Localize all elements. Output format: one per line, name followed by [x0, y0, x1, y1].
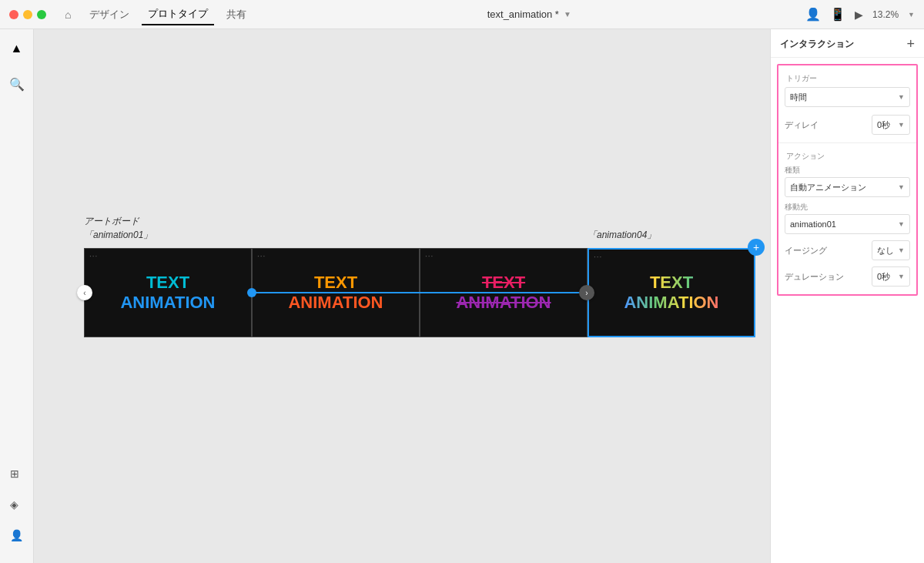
frame2-text: TEXT ANIMATION [288, 273, 383, 313]
frame-4[interactable]: ··· TEXT ANIMATION + [588, 248, 755, 337]
left-toolbar-bottom: ⊞ ◈ 👤 [7, 464, 26, 554]
delay-select[interactable]: 0秒 ▼ [872, 115, 910, 135]
delay-chevron-icon: ▼ [898, 121, 905, 129]
interaction-section: トリガー 時間 ▼ ディレイ 0秒 ▼ アクション [777, 64, 918, 296]
duration-value: 0秒 [877, 271, 890, 283]
close-button[interactable] [9, 10, 18, 19]
nav-design[interactable]: デザイン [83, 5, 136, 25]
duration-select[interactable]: 0秒 ▼ [872, 266, 910, 287]
artboard-label-left-line1: アートボード [84, 214, 252, 228]
easing-select[interactable]: なし ▼ [872, 240, 910, 260]
artboard-label-left: アートボード 「animation01」 [84, 214, 252, 242]
kind-select[interactable]: 自動アニメーション ▼ [785, 177, 910, 197]
kind-label: 種類 [785, 165, 910, 177]
frames-row: ··· TEXT ANIMATION ‹ ··· TEXT ANIMATION [84, 248, 755, 337]
frame3-right-arrow[interactable]: › [579, 285, 594, 300]
easing-row: イージング なし ▼ [778, 236, 916, 263]
frame-1[interactable]: ··· TEXT ANIMATION ‹ [84, 248, 252, 337]
add-frame-button[interactable]: + [748, 239, 765, 256]
title-dropdown-icon[interactable]: ▼ [564, 10, 571, 18]
artboard-label-left-line2: 「animation01」 [84, 228, 252, 242]
user-icon[interactable]: 👤 [805, 7, 821, 22]
frame2-line2: ANIMATION [288, 293, 383, 313]
frame2-line1: TEXT [288, 273, 383, 293]
home-icon[interactable]: ⌂ [65, 8, 71, 21]
select-tool-icon[interactable]: ▲ [8, 39, 26, 59]
kind-label-row: 種類 自動アニメーション ▼ [778, 163, 916, 199]
file-title-area: text_animation * ▼ [259, 8, 799, 20]
frame-3[interactable]: ··· TEXT ANIMATION › [420, 248, 588, 337]
search-tool-icon[interactable]: 🔍 [6, 74, 28, 95]
trigger-value: 時間 [790, 92, 807, 103]
trigger-chevron-icon: ▼ [898, 93, 905, 101]
canvas: アートボード 「animation01」 「animation04」 ··· T… [34, 29, 770, 563]
frame1-left-arrow[interactable]: ‹ [77, 285, 92, 300]
traffic-lights [9, 10, 46, 19]
dest-value: animation01 [790, 220, 836, 229]
delay-label: ディレイ [785, 119, 823, 131]
trigger-select[interactable]: 時間 ▼ [785, 87, 910, 107]
frame1-dots: ··· [89, 252, 98, 260]
delay-row: ディレイ 0秒 ▼ [778, 112, 916, 138]
minimize-button[interactable] [23, 10, 32, 19]
kind-chevron-icon: ▼ [898, 183, 905, 191]
duration-row: デュレーション 0秒 ▼ [778, 263, 916, 290]
section-divider [778, 142, 916, 143]
artboard-labels-row: アートボード 「animation01」 「animation04」 [84, 214, 755, 242]
duration-chevron-icon: ▼ [898, 273, 905, 280]
play-icon[interactable]: ▶ [855, 8, 863, 21]
action-section-label: アクション [778, 148, 916, 163]
right-controls: 👤 📱 ▶ 13.2% ▼ [805, 7, 915, 22]
frame1-text: TEXT ANIMATION [120, 273, 215, 313]
device-icon[interactable]: 📱 [830, 7, 845, 22]
frame3-text: TEXT ANIMATION [456, 273, 551, 313]
frame4-dots: ··· [594, 253, 602, 261]
delay-value: 0秒 [877, 119, 890, 131]
layers-icon[interactable]: ⊞ [7, 464, 26, 483]
panel-header: インタラクション + [771, 29, 924, 58]
right-panel: インタラクション + トリガー 時間 ▼ ディレイ 0秒 ▼ [770, 29, 924, 563]
assets-icon[interactable]: ◈ [7, 495, 26, 514]
artboard-label-right: 「animation04」 [588, 229, 755, 242]
maximize-button[interactable] [37, 10, 46, 19]
file-title: text_animation * [487, 8, 559, 20]
titlebar: ⌂ デザイン プロトタイプ 共有 text_animation * ▼ 👤 📱 … [0, 0, 924, 29]
frame2-dots: ··· [257, 252, 266, 260]
frame3-line2: ANIMATION [456, 293, 551, 313]
plugins-icon[interactable]: 👤 [7, 526, 26, 545]
frame3-line1: TEXT [456, 273, 551, 293]
nav-share[interactable]: 共有 [220, 5, 253, 25]
panel-title: インタラクション [780, 38, 854, 51]
zoom-level: 13.2% [872, 9, 899, 20]
duration-label: デュレーション [785, 271, 844, 283]
frames-area: アートボード 「animation01」 「animation04」 ··· T… [84, 214, 755, 337]
frame1-line1: TEXT [120, 273, 215, 293]
dest-select[interactable]: animation01 ▼ [785, 214, 910, 234]
kind-value: 自動アニメーション [790, 182, 866, 193]
frame1-line2: ANIMATION [120, 293, 215, 313]
dest-label: 移動先 [785, 202, 910, 214]
easing-chevron-icon: ▼ [898, 246, 905, 254]
easing-label: イージング [785, 245, 827, 256]
left-toolbar: ▲ 🔍 ⊞ ◈ 👤 [0, 29, 34, 563]
panel-add-button[interactable]: + [906, 37, 915, 51]
frame4-line1: TEXT [624, 273, 718, 293]
zoom-dropdown-icon[interactable]: ▼ [908, 11, 915, 18]
frame3-dots: ··· [425, 252, 434, 260]
easing-value: なし [877, 245, 894, 256]
main-layout: ▲ 🔍 ⊞ ◈ 👤 アートボード 「animation01」 「animatio… [0, 29, 924, 563]
nav-prototype[interactable]: プロトタイプ [142, 4, 214, 25]
frame4-text: TEXT ANIMATION [624, 273, 718, 313]
dest-container: 移動先 animation01 ▼ [778, 199, 916, 236]
frame4-line2: ANIMATION [624, 293, 718, 313]
dest-chevron-icon: ▼ [898, 220, 905, 228]
trigger-field-container: 時間 ▼ [778, 85, 916, 112]
frame-2[interactable]: ··· TEXT ANIMATION [252, 248, 420, 337]
trigger-section-label: トリガー [778, 70, 916, 85]
